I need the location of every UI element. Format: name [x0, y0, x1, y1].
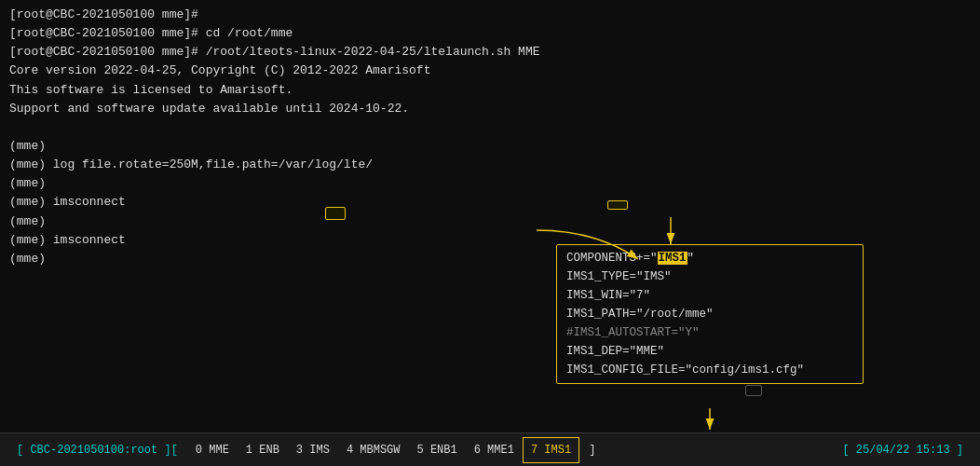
terminal-line: (mme): [9, 137, 971, 156]
status-tab-2[interactable]: 3 IMS: [288, 437, 338, 463]
status-tab-5[interactable]: 6 MME1: [466, 437, 523, 463]
code-line: IMS1_CONFIG_FILE="config/ims1.cfg": [566, 361, 853, 379]
terminal-line: (mme) log file.rotate=250M,file.path=/va…: [9, 156, 971, 174]
terminal-line: [9, 118, 971, 137]
status-close-bracket: ]: [579, 433, 605, 466]
terminal-line: [root@CBC-2021050100 mme]# cd /root/mme: [9, 24, 971, 43]
terminal-line: [root@CBC-2021050100 mme]# /root/lteots-…: [9, 43, 971, 62]
status-tab-1[interactable]: 1 ENB: [238, 437, 288, 463]
terminal-line: Core version 2022-04-25, Copyright (C) 2…: [9, 62, 971, 80]
code-line: IMS1_WIN="7": [566, 286, 853, 305]
code-line: IMS1_TYPE="IMS": [566, 267, 853, 286]
terminal-line: (mme): [9, 174, 971, 193]
terminal-line: [root@CBC-2021050100 mme]#: [9, 6, 971, 24]
code-line: #IMS1_AUTOSTART="Y": [566, 323, 853, 342]
new-mme-annotation: [745, 385, 762, 396]
code-line: IMS1_PATH="/root/mme": [566, 305, 853, 323]
status-hostname: [ CBC-2021050100:root ][: [7, 433, 187, 466]
status-tab-3[interactable]: 4 MBMSGW: [338, 437, 409, 463]
component-name-label: [607, 200, 628, 210]
terminal-line: This software is licensed to Amarisoft.: [9, 81, 971, 100]
code-snippet-box: COMPONENTS+="IMS1"IMS1_TYPE="IMS"IMS1_WI…: [556, 244, 864, 384]
this-part-annotation: [325, 207, 346, 220]
terminal-line: Support and software update available un…: [9, 100, 971, 118]
terminal-line: (mme): [9, 212, 971, 231]
status-tab-4[interactable]: 5 ENB1: [408, 437, 465, 463]
code-line: COMPONENTS+="IMS1": [566, 249, 853, 267]
status-datetime: [ 25/04/22 15:13 ]: [833, 433, 973, 466]
status-tab-6[interactable]: 7 IMS1: [523, 437, 579, 463]
terminal-line: (mme) imsconnect: [9, 193, 971, 212]
status-tab-0[interactable]: 0 MME: [187, 437, 238, 463]
status-bar: [ CBC-2021050100:root ][0 MME1 ENB3 IMS4…: [0, 432, 980, 466]
code-line: IMS1_DEP="MME": [566, 342, 853, 361]
